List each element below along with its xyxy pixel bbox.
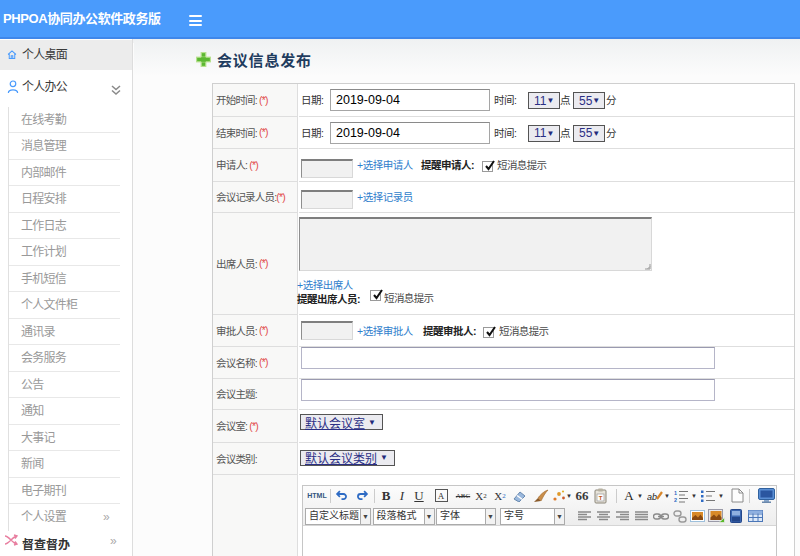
svg-text:ab: ab bbox=[647, 492, 657, 502]
svg-text:2: 2 bbox=[674, 497, 677, 503]
svg-text:T: T bbox=[599, 495, 603, 501]
svg-text:1: 1 bbox=[674, 489, 677, 495]
